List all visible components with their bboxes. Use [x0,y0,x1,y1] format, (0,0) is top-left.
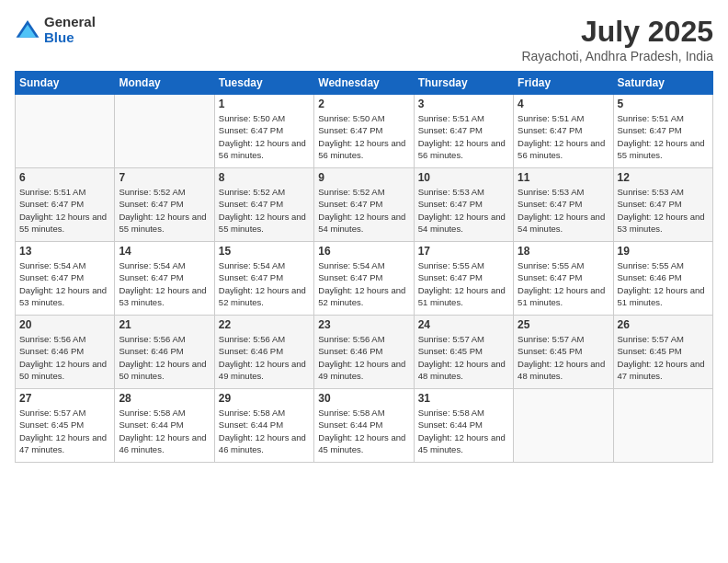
day-number: 19 [618,245,709,258]
day-info: Sunrise: 5:53 AM Sunset: 6:47 PM Dayligh… [418,186,509,235]
day-info: Sunrise: 5:57 AM Sunset: 6:45 PM Dayligh… [19,407,110,455]
day-number: 15 [219,245,310,258]
calendar-cell: 22Sunrise: 5:56 AM Sunset: 6:46 PM Dayli… [214,316,313,389]
calendar-cell: 6Sunrise: 5:51 AM Sunset: 6:47 PM Daylig… [16,168,115,242]
day-info: Sunrise: 5:58 AM Sunset: 6:44 PM Dayligh… [318,407,409,455]
day-info: Sunrise: 5:53 AM Sunset: 6:47 PM Dayligh… [518,186,609,235]
header-cell-tuesday: Tuesday [214,72,313,95]
day-info: Sunrise: 5:57 AM Sunset: 6:45 PM Dayligh… [418,333,509,382]
calendar-cell: 10Sunrise: 5:53 AM Sunset: 6:47 PM Dayli… [414,168,513,242]
day-info: Sunrise: 5:51 AM Sunset: 6:47 PM Dayligh… [618,112,709,161]
calendar-table: SundayMondayTuesdayWednesdayThursdayFrid… [15,71,713,463]
header-cell-sunday: Sunday [16,72,115,95]
calendar-cell: 21Sunrise: 5:56 AM Sunset: 6:46 PM Dayli… [115,316,214,389]
day-number: 20 [19,318,110,331]
header-cell-monday: Monday [115,72,214,95]
day-number: 1 [219,98,310,110]
week-row-5: 27Sunrise: 5:57 AM Sunset: 6:45 PM Dayli… [16,389,713,463]
day-info: Sunrise: 5:56 AM Sunset: 6:46 PM Dayligh… [318,333,409,382]
calendar-cell: 23Sunrise: 5:56 AM Sunset: 6:46 PM Dayli… [314,316,414,389]
title-area: July 2025 Rayachoti, Andhra Pradesh, Ind… [521,15,713,63]
day-number: 7 [119,171,210,184]
logo-blue-text: Blue [44,30,96,46]
calendar-cell: 16Sunrise: 5:54 AM Sunset: 6:47 PM Dayli… [314,242,414,316]
week-row-1: 1Sunrise: 5:50 AM Sunset: 6:47 PM Daylig… [16,95,713,168]
day-info: Sunrise: 5:55 AM Sunset: 6:47 PM Dayligh… [418,259,509,308]
day-info: Sunrise: 5:58 AM Sunset: 6:44 PM Dayligh… [418,407,509,455]
header-cell-friday: Friday [514,72,613,95]
day-info: Sunrise: 5:57 AM Sunset: 6:45 PM Dayligh… [518,333,609,382]
day-number: 11 [518,171,609,184]
day-number: 12 [618,171,709,184]
day-number: 17 [418,245,509,258]
calendar-cell: 28Sunrise: 5:58 AM Sunset: 6:44 PM Dayli… [115,389,214,463]
calendar-cell: 24Sunrise: 5:57 AM Sunset: 6:45 PM Dayli… [414,316,513,389]
day-info: Sunrise: 5:56 AM Sunset: 6:46 PM Dayligh… [119,333,210,382]
calendar-cell: 5Sunrise: 5:51 AM Sunset: 6:47 PM Daylig… [613,95,712,168]
day-info: Sunrise: 5:54 AM Sunset: 6:47 PM Dayligh… [318,259,409,308]
day-number: 29 [219,392,310,405]
day-info: Sunrise: 5:52 AM Sunset: 6:47 PM Dayligh… [219,186,310,235]
day-number: 25 [518,318,609,331]
day-number: 26 [618,318,709,331]
day-info: Sunrise: 5:56 AM Sunset: 6:46 PM Dayligh… [219,333,310,382]
day-number: 22 [219,318,310,331]
logo: General Blue [15,15,96,45]
day-info: Sunrise: 5:50 AM Sunset: 6:47 PM Dayligh… [219,112,310,161]
header-cell-thursday: Thursday [414,72,513,95]
calendar-cell [514,389,613,463]
logo-icon [15,17,40,43]
day-info: Sunrise: 5:55 AM Sunset: 6:47 PM Dayligh… [518,259,609,308]
week-row-3: 13Sunrise: 5:54 AM Sunset: 6:47 PM Dayli… [16,242,713,316]
calendar-cell [115,95,214,168]
day-info: Sunrise: 5:58 AM Sunset: 6:44 PM Dayligh… [119,407,210,455]
day-number: 28 [119,392,210,405]
day-info: Sunrise: 5:54 AM Sunset: 6:47 PM Dayligh… [19,259,110,308]
calendar-cell [16,95,115,168]
calendar-cell: 1Sunrise: 5:50 AM Sunset: 6:47 PM Daylig… [214,95,313,168]
day-number: 31 [418,392,509,405]
calendar-cell: 7Sunrise: 5:52 AM Sunset: 6:47 PM Daylig… [115,168,214,242]
day-info: Sunrise: 5:57 AM Sunset: 6:45 PM Dayligh… [618,333,709,382]
day-info: Sunrise: 5:52 AM Sunset: 6:47 PM Dayligh… [318,186,409,235]
calendar-cell: 14Sunrise: 5:54 AM Sunset: 6:47 PM Dayli… [115,242,214,316]
subtitle: Rayachoti, Andhra Pradesh, India [521,49,713,63]
day-number: 9 [318,171,409,184]
calendar-cell: 11Sunrise: 5:53 AM Sunset: 6:47 PM Dayli… [514,168,613,242]
week-row-2: 6Sunrise: 5:51 AM Sunset: 6:47 PM Daylig… [16,168,713,242]
day-number: 13 [19,245,110,258]
day-number: 6 [19,171,110,184]
week-row-4: 20Sunrise: 5:56 AM Sunset: 6:46 PM Dayli… [16,316,713,389]
calendar-cell: 2Sunrise: 5:50 AM Sunset: 6:47 PM Daylig… [314,95,414,168]
day-info: Sunrise: 5:51 AM Sunset: 6:47 PM Dayligh… [518,112,609,161]
day-number: 16 [318,245,409,258]
day-info: Sunrise: 5:51 AM Sunset: 6:47 PM Dayligh… [418,112,509,161]
calendar-cell: 8Sunrise: 5:52 AM Sunset: 6:47 PM Daylig… [214,168,313,242]
day-number: 5 [618,98,709,110]
calendar-cell [613,389,712,463]
day-number: 18 [518,245,609,258]
day-info: Sunrise: 5:53 AM Sunset: 6:47 PM Dayligh… [618,186,709,235]
calendar-cell: 12Sunrise: 5:53 AM Sunset: 6:47 PM Dayli… [613,168,712,242]
day-info: Sunrise: 5:58 AM Sunset: 6:44 PM Dayligh… [219,407,310,455]
day-number: 24 [418,318,509,331]
calendar-cell: 18Sunrise: 5:55 AM Sunset: 6:47 PM Dayli… [514,242,613,316]
header: General Blue July 2025 Rayachoti, Andhra… [15,15,713,63]
day-number: 14 [119,245,210,258]
day-number: 2 [318,98,409,110]
day-info: Sunrise: 5:50 AM Sunset: 6:47 PM Dayligh… [318,112,409,161]
day-info: Sunrise: 5:52 AM Sunset: 6:47 PM Dayligh… [119,186,210,235]
calendar-cell: 4Sunrise: 5:51 AM Sunset: 6:47 PM Daylig… [514,95,613,168]
day-number: 23 [318,318,409,331]
day-number: 10 [418,171,509,184]
day-number: 30 [318,392,409,405]
day-number: 4 [518,98,609,110]
logo-general-text: General [44,15,96,30]
calendar-cell: 13Sunrise: 5:54 AM Sunset: 6:47 PM Dayli… [16,242,115,316]
day-info: Sunrise: 5:56 AM Sunset: 6:46 PM Dayligh… [19,333,110,382]
calendar-cell: 19Sunrise: 5:55 AM Sunset: 6:46 PM Dayli… [613,242,712,316]
calendar-cell: 3Sunrise: 5:51 AM Sunset: 6:47 PM Daylig… [414,95,513,168]
day-number: 21 [119,318,210,331]
calendar-cell: 31Sunrise: 5:58 AM Sunset: 6:44 PM Dayli… [414,389,513,463]
calendar-cell: 30Sunrise: 5:58 AM Sunset: 6:44 PM Dayli… [314,389,414,463]
